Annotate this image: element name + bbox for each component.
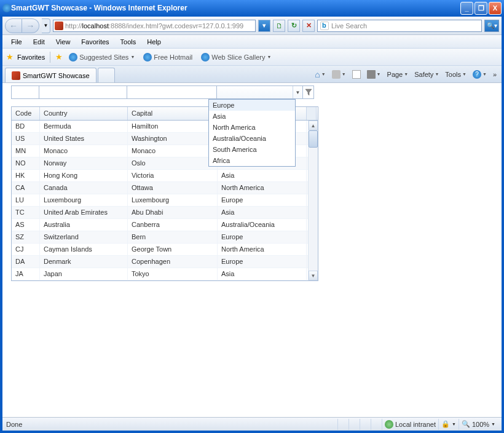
cell-country: Bermuda — [40, 121, 128, 132]
search-box[interactable]: Live Search — [317, 20, 482, 32]
cell-country: Monaco — [40, 145, 128, 157]
table-row[interactable]: TCUnited Arab EmiratesAbu DhabiAsia — [12, 207, 318, 219]
dropdown-option[interactable]: Australia/Oceania — [209, 133, 295, 144]
maximize-button[interactable]: ❐ — [474, 2, 487, 15]
security-zone[interactable]: Local intranet — [382, 419, 438, 430]
chevron-down-icon[interactable]: ▼ — [293, 86, 302, 98]
cell-country: Norway — [40, 157, 128, 169]
cell-code: HK — [12, 170, 40, 181]
cell-continent: Europe — [218, 256, 307, 268]
menu-file[interactable]: File — [6, 36, 27, 47]
tab-icon — [12, 71, 20, 80]
header-capital[interactable]: Capital — [128, 107, 218, 120]
cell-country: Luxembourg — [40, 194, 128, 206]
overflow-button[interactable]: » — [490, 71, 499, 78]
filter-country-input[interactable] — [39, 85, 127, 99]
back-button[interactable]: ← — [5, 18, 22, 33]
table-row[interactable]: ASAustraliaCanberraAustralia/Oceania — [12, 219, 318, 231]
header-country[interactable]: Country — [40, 107, 128, 120]
status-bar: Done Local intranet 🔒 ▼ 🔍 100% ▼ — [2, 417, 502, 431]
cell-code: TC — [12, 207, 40, 218]
cell-continent: Europe — [218, 231, 307, 243]
table-row[interactable]: DADenmarkCopenhagenEurope — [12, 256, 318, 268]
cell-code: CA — [12, 182, 40, 194]
table-row[interactable]: SZSwitzerlandBernEurope — [12, 231, 318, 244]
tab-title: SmartGWT Showcase — [23, 72, 90, 79]
globe-icon — [385, 420, 393, 429]
cell-capital: Abu Dhabi — [128, 207, 218, 218]
filter-capital-input[interactable] — [127, 85, 217, 99]
print-button[interactable]: ▼ — [364, 69, 384, 80]
table-row[interactable]: HKHong KongVictoriaAsia — [12, 170, 318, 182]
address-bar[interactable]: http://localhost:8888/index.html?gwt.cod… — [53, 20, 256, 32]
vertical-scrollbar[interactable]: ▲ ▼ — [308, 121, 318, 280]
window-titlebar: SmartGWT Showcase - Windows Internet Exp… — [0, 0, 504, 16]
page-break-button[interactable]: 🗋 — [273, 20, 285, 32]
ie-icon — [201, 53, 210, 62]
dropdown-option[interactable]: South America — [209, 144, 295, 155]
page-menu[interactable]: Page▼ — [385, 70, 411, 79]
mail-icon — [352, 70, 361, 79]
help-button[interactable]: ?▼ — [470, 69, 489, 80]
cell-capital: Tokyo — [128, 268, 218, 280]
web-slice-gallery-link[interactable]: Web Slice Gallery ▼ — [199, 52, 274, 63]
content-area: ▼ Europe Asia North America Australia/Oc… — [2, 83, 502, 417]
dropdown-option[interactable]: Asia — [209, 111, 295, 122]
forward-button[interactable]: → — [22, 18, 39, 33]
status-text: Done — [6, 421, 22, 428]
suggested-sites-link[interactable]: Suggested Sites ▼ — [66, 52, 137, 63]
table-row[interactable]: CJCayman IslandsGeorge TownNorth America — [12, 244, 318, 256]
scroll-up-button[interactable]: ▲ — [309, 121, 318, 130]
cell-capital: Monaco — [128, 145, 218, 157]
window-title: SmartGWT Showcase - Windows Internet Exp… — [11, 4, 460, 12]
scroll-thumb[interactable] — [309, 130, 318, 148]
tab-bar: SmartGWT Showcase ⌂▼ ▼ ▼ Page▼ Safety▼ T… — [2, 66, 502, 83]
read-mail-button[interactable] — [350, 69, 363, 80]
filter-code-input[interactable] — [11, 85, 39, 99]
tab-smartgwt-showcase[interactable]: SmartGWT Showcase — [5, 68, 96, 82]
cell-country: Cayman Islands — [40, 244, 128, 255]
cell-capital: Ottawa — [128, 182, 218, 194]
refresh-button[interactable]: ↻ — [288, 20, 300, 32]
filter-icon[interactable] — [303, 85, 314, 99]
filter-continent-select[interactable]: ▼ — [217, 85, 303, 99]
cell-capital: Victoria — [128, 170, 218, 181]
table-row[interactable]: LULuxembourgLuxembourgEurope — [12, 194, 318, 207]
table-row[interactable]: JAJapanTokyoAsia — [12, 268, 318, 280]
home-button[interactable]: ⌂▼ — [312, 68, 328, 81]
new-tab-button[interactable] — [98, 68, 115, 82]
minimize-button[interactable]: _ — [460, 2, 473, 15]
compat-view-button[interactable]: ▾ — [258, 20, 270, 32]
add-favorite-icon[interactable]: ★ — [55, 52, 63, 62]
header-code[interactable]: Code — [12, 107, 40, 120]
dropdown-option[interactable]: Africa — [209, 155, 295, 166]
stop-button[interactable]: ✕ — [302, 20, 315, 32]
favorites-bar: ★ Favorites ★ Suggested Sites ▼ Free Hot… — [2, 49, 502, 66]
cell-capital: Luxembourg — [128, 194, 218, 206]
scroll-down-button[interactable]: ▼ — [309, 271, 318, 280]
menu-view[interactable]: View — [51, 36, 76, 47]
cell-country: United Arab Emirates — [40, 207, 128, 218]
menu-help[interactable]: Help — [142, 36, 166, 47]
dropdown-option[interactable]: North America — [209, 122, 295, 133]
search-button[interactable]: 🔍▾ — [484, 20, 499, 32]
close-button[interactable]: X — [489, 2, 502, 15]
safety-menu[interactable]: Safety▼ — [412, 70, 441, 79]
tools-menu[interactable]: Tools▼ — [443, 70, 469, 79]
favorites-button[interactable]: Favorites — [17, 54, 45, 61]
lock-icon: 🔒 — [441, 420, 450, 428]
menu-favorites[interactable]: Favorites — [76, 36, 114, 47]
cell-capital: Bern — [128, 231, 218, 243]
menu-tools[interactable]: Tools — [116, 36, 141, 47]
table-row[interactable]: CACanadaOttawaNorth America — [12, 182, 318, 194]
feeds-button[interactable]: ▼ — [329, 69, 348, 80]
cell-country: Denmark — [40, 256, 128, 268]
zoom-control[interactable]: 🔍 100% ▼ — [459, 419, 498, 430]
cell-capital: George Town — [128, 244, 218, 255]
dropdown-option[interactable]: Europe — [209, 100, 295, 111]
free-hotmail-link[interactable]: Free Hotmail — [141, 52, 195, 63]
menu-bar: File Edit View Favorites Tools Help — [2, 35, 502, 49]
history-dropdown[interactable]: ▼ — [42, 18, 50, 33]
protected-mode[interactable]: 🔒 ▼ — [438, 419, 459, 430]
menu-edit[interactable]: Edit — [28, 36, 50, 47]
